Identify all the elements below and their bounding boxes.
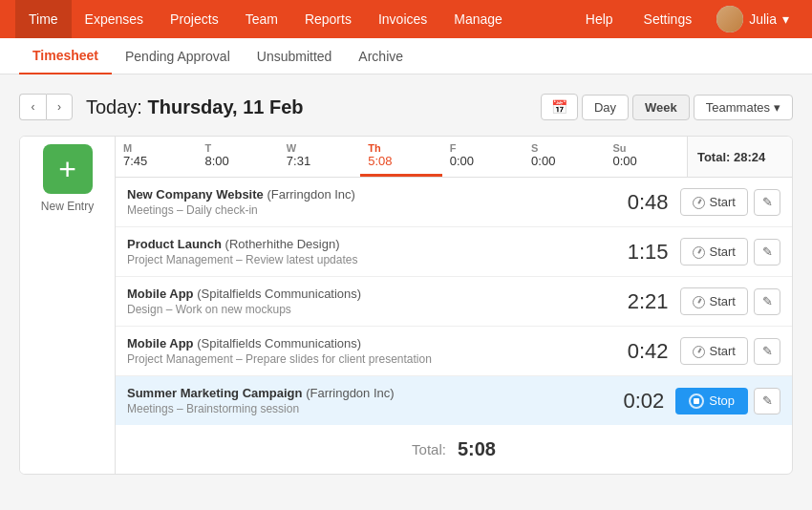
clock-icon bbox=[693, 296, 705, 308]
client-name-3: (Spitalfields Communications) bbox=[197, 336, 361, 351]
clock-icon bbox=[693, 346, 705, 358]
edit-button-2[interactable]: ✎ bbox=[754, 288, 780, 315]
day-view-button[interactable]: Day bbox=[582, 95, 629, 120]
nav-time[interactable]: Time bbox=[15, 0, 72, 38]
teammates-chevron: ▾ bbox=[774, 100, 780, 115]
main-table: M 7:45 T 8:00 W 7:31 Th 5:08 F 0:00 bbox=[116, 137, 792, 474]
teammates-button[interactable]: Teammates ▾ bbox=[694, 95, 793, 120]
entry-project-2: Mobile App (Spitalfields Communications) bbox=[127, 287, 616, 301]
nav-reports[interactable]: Reports bbox=[291, 0, 365, 38]
entry-row-3: Mobile App (Spitalfields Communications)… bbox=[116, 327, 792, 376]
entry-time-3: 0:42 bbox=[616, 339, 669, 364]
avatar bbox=[716, 6, 743, 32]
entry-project-0: New Company Website (Farringdon Inc) bbox=[127, 187, 616, 202]
start-button-2[interactable]: Start bbox=[680, 287, 748, 315]
subnav-timesheet[interactable]: Timesheet bbox=[19, 38, 112, 74]
nav-settings[interactable]: Settings bbox=[630, 0, 706, 38]
entries-container: New Company Website (Farringdon Inc) Mee… bbox=[116, 178, 792, 425]
start-button-0[interactable]: Start bbox=[680, 188, 748, 216]
sub-nav: Timesheet Pending Approval Unsubmitted A… bbox=[0, 38, 812, 74]
nav-invoices[interactable]: Invoices bbox=[365, 0, 440, 38]
clock-icon bbox=[693, 246, 705, 259]
edit-button-0[interactable]: ✎ bbox=[754, 189, 780, 216]
entry-desc-3: Project Management – Prepare slides for … bbox=[127, 352, 616, 366]
stop-button[interactable]: Stop bbox=[675, 388, 748, 414]
nav-manage[interactable]: Manage bbox=[440, 0, 516, 38]
nav-team[interactable]: Team bbox=[232, 0, 291, 38]
total-value: 5:08 bbox=[458, 438, 496, 460]
calendar-button[interactable]: 📅 bbox=[541, 94, 578, 120]
nav-help[interactable]: Help bbox=[572, 0, 627, 38]
date-navigation: ‹ › Today: Thursday, 11 Feb 📅 Day Week T… bbox=[19, 94, 793, 120]
entry-time-2: 2:21 bbox=[616, 289, 669, 314]
client-name-4: (Farringdon Inc) bbox=[306, 386, 394, 400]
entry-info-4: Summer Marketing Campaign (Farringdon In… bbox=[127, 386, 611, 415]
entry-row-1: Product Launch (Rotherhithe Design) Proj… bbox=[116, 227, 792, 277]
subnav-pending[interactable]: Pending Approval bbox=[112, 38, 244, 74]
day-headers: M 7:45 T 8:00 W 7:31 Th 5:08 F 0:00 bbox=[116, 137, 792, 178]
edit-button-3[interactable]: ✎ bbox=[754, 338, 780, 365]
today-prefix: Today: bbox=[86, 96, 142, 117]
client-name-0: (Farringdon Inc) bbox=[267, 187, 354, 202]
user-menu[interactable]: Julia ▾ bbox=[709, 6, 797, 32]
total-row: Total: 5:08 bbox=[116, 425, 792, 474]
new-entry-column: + New Entry bbox=[20, 137, 116, 474]
entry-desc-4: Meetings – Brainstorming session bbox=[127, 402, 611, 415]
next-button[interactable]: › bbox=[46, 94, 73, 120]
entry-info-3: Mobile App (Spitalfields Communications)… bbox=[127, 336, 616, 366]
project-name-0: New Company Website bbox=[127, 187, 264, 202]
clock-icon bbox=[693, 197, 705, 209]
timesheet-container: + New Entry M 7:45 T 8:00 W 7:31 bbox=[19, 136, 793, 475]
start-button-3[interactable]: Start bbox=[680, 337, 748, 365]
current-date: Today: Thursday, 11 Feb bbox=[86, 96, 304, 118]
stop-circle-icon bbox=[689, 393, 704, 409]
date-value: Thursday, 11 Feb bbox=[148, 96, 304, 117]
top-nav: Time Expenses Projects Team Reports Invo… bbox=[0, 0, 812, 38]
nav-expenses[interactable]: Expenses bbox=[72, 0, 157, 38]
entry-desc-1: Project Management – Review latest updat… bbox=[127, 253, 616, 266]
entry-row-0: New Company Website (Farringdon Inc) Mee… bbox=[116, 178, 792, 227]
entry-project-3: Mobile App (Spitalfields Communications) bbox=[127, 336, 616, 351]
day-fri: F 0:00 bbox=[442, 137, 524, 177]
project-name-3: Mobile App bbox=[127, 336, 194, 351]
user-name: Julia bbox=[749, 11, 777, 27]
day-mon: M 7:45 bbox=[116, 137, 197, 177]
new-entry-button[interactable]: + bbox=[43, 144, 93, 194]
new-entry-label: New Entry bbox=[41, 200, 94, 213]
edit-button-1[interactable]: ✎ bbox=[754, 239, 780, 266]
day-thu[interactable]: Th 5:08 bbox=[360, 137, 441, 177]
user-chevron: ▾ bbox=[782, 11, 789, 27]
entry-time-0: 0:48 bbox=[616, 190, 669, 215]
entry-desc-2: Design – Work on new mockups bbox=[127, 303, 616, 316]
entry-project-4: Summer Marketing Campaign (Farringdon In… bbox=[127, 386, 611, 400]
prev-button[interactable]: ‹ bbox=[19, 94, 46, 120]
view-controls: 📅 Day Week Teammates ▾ bbox=[541, 94, 793, 120]
teammates-label: Teammates bbox=[706, 100, 770, 115]
client-name-2: (Spitalfields Communications) bbox=[197, 287, 361, 301]
day-tue: T 8:00 bbox=[197, 137, 278, 177]
entry-row-2: Mobile App (Spitalfields Communications)… bbox=[116, 277, 792, 327]
entry-info-2: Mobile App (Spitalfields Communications)… bbox=[127, 287, 616, 316]
main-content: ‹ › Today: Thursday, 11 Feb 📅 Day Week T… bbox=[0, 74, 812, 494]
entry-info-1: Product Launch (Rotherhithe Design) Proj… bbox=[127, 237, 616, 266]
entry-time-1: 1:15 bbox=[616, 240, 669, 265]
day-sun: Su 0:00 bbox=[606, 137, 687, 177]
day-wed: W 7:31 bbox=[279, 137, 360, 177]
entry-time-4: 0:02 bbox=[611, 389, 664, 414]
entry-project-1: Product Launch (Rotherhithe Design) bbox=[127, 237, 616, 251]
entry-desc-0: Meetings – Daily check-in bbox=[127, 203, 616, 217]
subnav-unsubmitted[interactable]: Unsubmitted bbox=[244, 38, 346, 74]
subnav-archive[interactable]: Archive bbox=[345, 38, 417, 74]
project-name-2: Mobile App bbox=[127, 287, 194, 301]
week-view-button[interactable]: Week bbox=[632, 95, 690, 120]
day-sat: S 0:00 bbox=[524, 137, 605, 177]
entry-row-4: Summer Marketing Campaign (Farringdon In… bbox=[116, 376, 792, 425]
nav-projects[interactable]: Projects bbox=[157, 0, 232, 38]
project-name-4: Summer Marketing Campaign bbox=[127, 386, 303, 400]
project-name-1: Product Launch bbox=[127, 237, 222, 251]
total-header-col: Total: 28:24 bbox=[687, 137, 792, 177]
edit-button-4[interactable]: ✎ bbox=[754, 388, 780, 414]
stop-square-icon bbox=[694, 398, 699, 404]
start-button-1[interactable]: Start bbox=[680, 238, 748, 266]
client-name-1: (Rotherhithe Design) bbox=[225, 237, 340, 251]
